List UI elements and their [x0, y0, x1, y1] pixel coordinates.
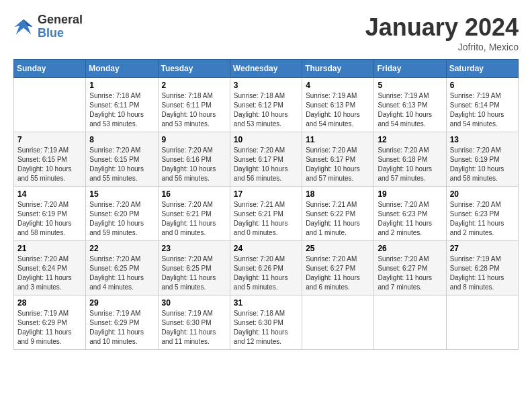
logo-blue: Blue — [38, 27, 83, 40]
day-number: 13 — [450, 135, 515, 144]
day-number: 2 — [162, 81, 226, 90]
day-info: Sunrise: 7:18 AMSunset: 6:11 PMDaylight:… — [162, 91, 226, 129]
calendar-week-row: 1Sunrise: 7:18 AMSunset: 6:11 PMDaylight… — [14, 78, 519, 132]
calendar-day-cell — [446, 295, 518, 350]
calendar-day-cell: 21Sunrise: 7:20 AMSunset: 6:24 PMDayligh… — [14, 241, 86, 295]
calendar-day-cell: 8Sunrise: 7:20 AMSunset: 6:15 PMDaylight… — [86, 132, 158, 187]
logo-icon — [13, 17, 34, 37]
calendar-day-cell: 26Sunrise: 7:20 AMSunset: 6:27 PMDayligh… — [374, 241, 446, 295]
calendar-day-cell: 4Sunrise: 7:19 AMSunset: 6:13 PMDaylight… — [302, 78, 374, 132]
calendar-day-cell: 13Sunrise: 7:20 AMSunset: 6:19 PMDayligh… — [446, 132, 518, 187]
day-number: 12 — [378, 135, 442, 144]
day-info: Sunrise: 7:20 AMSunset: 6:26 PMDaylight:… — [234, 255, 298, 292]
calendar-day-cell: 2Sunrise: 7:18 AMSunset: 6:11 PMDaylight… — [158, 78, 230, 132]
calendar-day-cell: 30Sunrise: 7:19 AMSunset: 6:30 PMDayligh… — [158, 295, 230, 350]
day-of-week-header: Wednesday — [230, 60, 302, 78]
day-info: Sunrise: 7:20 AMSunset: 6:16 PMDaylight:… — [162, 146, 226, 183]
day-number: 1 — [89, 81, 154, 90]
calendar-day-cell: 1Sunrise: 7:18 AMSunset: 6:11 PMDaylight… — [86, 78, 158, 132]
day-info: Sunrise: 7:20 AMSunset: 6:23 PMDaylight:… — [378, 200, 442, 238]
day-number: 17 — [234, 189, 298, 199]
calendar-day-cell: 7Sunrise: 7:19 AMSunset: 6:15 PMDaylight… — [14, 132, 86, 187]
day-number: 5 — [378, 81, 442, 90]
calendar-day-cell: 22Sunrise: 7:20 AMSunset: 6:25 PMDayligh… — [86, 241, 158, 295]
calendar-day-cell: 31Sunrise: 7:18 AMSunset: 6:30 PMDayligh… — [230, 295, 302, 350]
calendar-day-cell: 14Sunrise: 7:20 AMSunset: 6:19 PMDayligh… — [14, 187, 86, 241]
day-info: Sunrise: 7:20 AMSunset: 6:17 PMDaylight:… — [306, 146, 370, 183]
calendar-day-cell: 9Sunrise: 7:20 AMSunset: 6:16 PMDaylight… — [158, 132, 230, 187]
calendar-day-cell — [14, 78, 86, 132]
day-number: 30 — [162, 298, 226, 308]
day-number: 22 — [89, 244, 154, 253]
calendar-day-cell: 3Sunrise: 7:18 AMSunset: 6:12 PMDaylight… — [230, 78, 302, 132]
calendar-week-row: 14Sunrise: 7:20 AMSunset: 6:19 PMDayligh… — [14, 187, 519, 241]
calendar-day-cell: 15Sunrise: 7:20 AMSunset: 6:20 PMDayligh… — [86, 187, 158, 241]
day-number: 27 — [450, 244, 515, 253]
day-info: Sunrise: 7:20 AMSunset: 6:17 PMDaylight:… — [234, 146, 298, 183]
calendar-day-cell: 12Sunrise: 7:20 AMSunset: 6:18 PMDayligh… — [374, 132, 446, 187]
day-number: 16 — [162, 189, 226, 199]
day-info: Sunrise: 7:18 AMSunset: 6:30 PMDaylight:… — [234, 309, 298, 347]
day-number: 19 — [378, 189, 442, 199]
day-info: Sunrise: 7:20 AMSunset: 6:18 PMDaylight:… — [378, 146, 442, 183]
calendar-day-cell: 23Sunrise: 7:20 AMSunset: 6:25 PMDayligh… — [158, 241, 230, 295]
day-info: Sunrise: 7:20 AMSunset: 6:19 PMDaylight:… — [17, 200, 82, 238]
calendar-table: SundayMondayTuesdayWednesdayThursdayFrid… — [13, 59, 519, 350]
day-number: 9 — [162, 135, 226, 144]
logo-general: General — [38, 13, 83, 27]
calendar-day-cell: 25Sunrise: 7:20 AMSunset: 6:27 PMDayligh… — [302, 241, 374, 295]
calendar-day-cell: 5Sunrise: 7:19 AMSunset: 6:13 PMDaylight… — [374, 78, 446, 132]
logo-text: General Blue — [38, 13, 83, 40]
title-area: January 2024 Jofrito, Mexico — [365, 13, 519, 52]
calendar-day-cell: 24Sunrise: 7:20 AMSunset: 6:26 PMDayligh… — [230, 241, 302, 295]
calendar-day-cell: 20Sunrise: 7:20 AMSunset: 6:23 PMDayligh… — [446, 187, 518, 241]
day-number: 7 — [17, 135, 82, 144]
calendar-day-cell: 19Sunrise: 7:20 AMSunset: 6:23 PMDayligh… — [374, 187, 446, 241]
day-number: 18 — [306, 189, 370, 199]
day-number: 15 — [89, 189, 154, 199]
day-info: Sunrise: 7:19 AMSunset: 6:28 PMDaylight:… — [450, 255, 515, 292]
calendar-day-cell: 16Sunrise: 7:20 AMSunset: 6:21 PMDayligh… — [158, 187, 230, 241]
day-number: 31 — [234, 298, 298, 308]
day-number: 10 — [234, 135, 298, 144]
calendar-day-cell: 10Sunrise: 7:20 AMSunset: 6:17 PMDayligh… — [230, 132, 302, 187]
location: Jofrito, Mexico — [365, 42, 519, 52]
day-of-week-header: Saturday — [446, 60, 518, 78]
page-header: General Blue January 2024 Jofrito, Mexic… — [13, 13, 519, 52]
day-info: Sunrise: 7:21 AMSunset: 6:22 PMDaylight:… — [306, 200, 370, 238]
day-info: Sunrise: 7:20 AMSunset: 6:23 PMDaylight:… — [450, 200, 515, 238]
calendar-day-cell — [374, 295, 446, 350]
day-number: 23 — [162, 244, 226, 253]
day-info: Sunrise: 7:20 AMSunset: 6:24 PMDaylight:… — [17, 255, 82, 292]
calendar-day-cell: 29Sunrise: 7:19 AMSunset: 6:29 PMDayligh… — [86, 295, 158, 350]
day-info: Sunrise: 7:19 AMSunset: 6:29 PMDaylight:… — [89, 309, 154, 347]
day-info: Sunrise: 7:19 AMSunset: 6:13 PMDaylight:… — [306, 91, 370, 129]
day-info: Sunrise: 7:18 AMSunset: 6:11 PMDaylight:… — [89, 91, 154, 129]
day-info: Sunrise: 7:20 AMSunset: 6:27 PMDaylight:… — [306, 255, 370, 292]
day-info: Sunrise: 7:20 AMSunset: 6:20 PMDaylight:… — [89, 200, 154, 238]
day-info: Sunrise: 7:19 AMSunset: 6:29 PMDaylight:… — [17, 309, 82, 347]
day-number: 14 — [17, 189, 82, 199]
calendar-day-cell — [302, 295, 374, 350]
day-number: 21 — [17, 244, 82, 253]
calendar-week-row: 21Sunrise: 7:20 AMSunset: 6:24 PMDayligh… — [14, 241, 519, 295]
calendar-day-cell: 17Sunrise: 7:21 AMSunset: 6:21 PMDayligh… — [230, 187, 302, 241]
calendar-day-cell: 27Sunrise: 7:19 AMSunset: 6:28 PMDayligh… — [446, 241, 518, 295]
day-number: 29 — [89, 298, 154, 308]
day-info: Sunrise: 7:20 AMSunset: 6:27 PMDaylight:… — [378, 255, 442, 292]
day-info: Sunrise: 7:19 AMSunset: 6:14 PMDaylight:… — [450, 91, 515, 129]
day-info: Sunrise: 7:18 AMSunset: 6:12 PMDaylight:… — [234, 91, 298, 129]
calendar-day-cell: 18Sunrise: 7:21 AMSunset: 6:22 PMDayligh… — [302, 187, 374, 241]
day-of-week-header: Tuesday — [158, 60, 230, 78]
day-number: 25 — [306, 244, 370, 253]
calendar-week-row: 7Sunrise: 7:19 AMSunset: 6:15 PMDaylight… — [14, 132, 519, 187]
day-info: Sunrise: 7:20 AMSunset: 6:25 PMDaylight:… — [162, 255, 226, 292]
day-of-week-header: Sunday — [14, 60, 86, 78]
day-info: Sunrise: 7:20 AMSunset: 6:25 PMDaylight:… — [89, 255, 154, 292]
svg-marker-0 — [15, 19, 33, 35]
day-number: 26 — [378, 244, 442, 253]
day-info: Sunrise: 7:20 AMSunset: 6:19 PMDaylight:… — [450, 146, 515, 183]
day-info: Sunrise: 7:19 AMSunset: 6:13 PMDaylight:… — [378, 91, 442, 129]
day-of-week-header: Monday — [86, 60, 158, 78]
calendar-day-cell: 6Sunrise: 7:19 AMSunset: 6:14 PMDaylight… — [446, 78, 518, 132]
